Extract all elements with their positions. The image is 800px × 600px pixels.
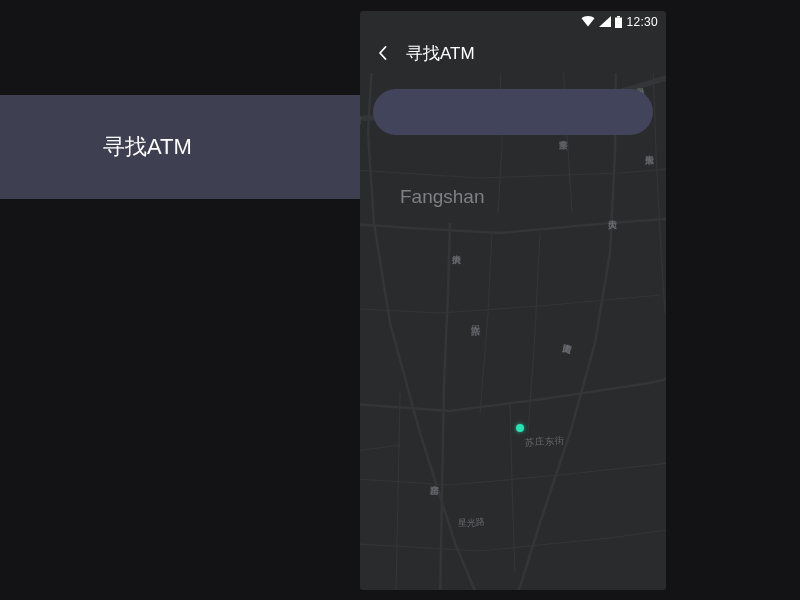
current-location-dot [516,424,524,432]
svg-rect-0 [615,17,622,28]
chevron-left-icon [374,44,392,62]
map-district-label: Fangshan [400,186,485,207]
svg-rect-1 [617,16,620,18]
svg-text:星光路: 星光路 [458,517,485,528]
svg-text:西潞南大街: 西潞南大街 [562,344,573,356]
battery-icon [615,16,622,28]
app-bar: 寻找ATM [360,32,666,74]
svg-text:拱辰大街: 拱辰大街 [453,255,462,265]
phone-frame: 12:30 寻找ATM Fangshan [360,11,666,590]
status-time: 12:30 [626,15,658,29]
banner-title: 寻找ATM [103,132,192,162]
svg-text:辰光东街: 辰光东街 [646,155,655,166]
side-banner: 寻找ATM [0,95,360,199]
map-view[interactable]: Fangshan 京港澳高速 多宝路 辰光东街 昊天大街 拱辰大街 京周路 西潞… [360,73,666,590]
cell-signal-icon [599,16,611,27]
svg-text:京周路: 京周路 [470,325,481,338]
search-pill[interactable] [373,89,653,135]
wifi-icon [581,16,595,27]
back-button[interactable] [374,44,392,62]
android-status-bar: 12:30 [360,11,666,32]
svg-text:苏庄东街: 苏庄东街 [524,434,565,448]
appbar-title: 寻找ATM [406,42,475,65]
